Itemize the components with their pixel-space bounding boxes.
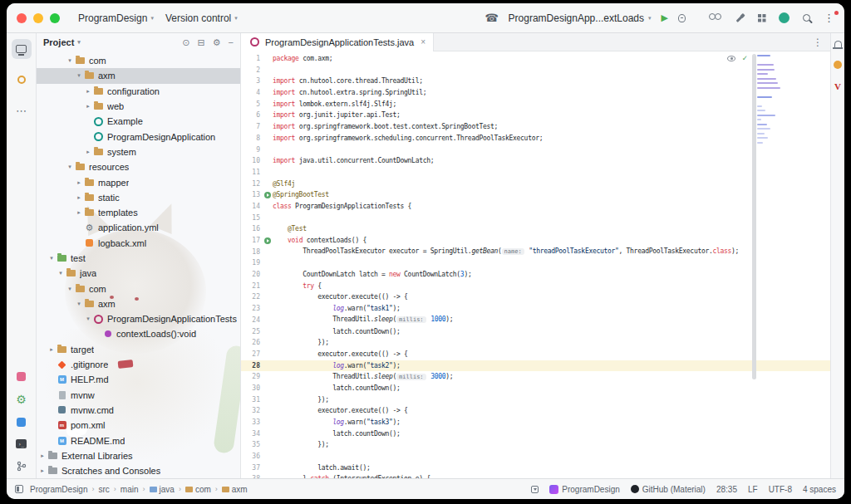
tree-item-example[interactable]: Example [37, 114, 240, 129]
git-icon[interactable] [17, 461, 27, 472]
collaborators-icon[interactable] [709, 13, 721, 22]
collapse-all-icon[interactable]: ⊟ [197, 38, 204, 47]
code-line-28[interactable]: 28 log.warn("task2"); [241, 360, 830, 372]
gradle-icon[interactable] [834, 61, 842, 69]
code-line-17[interactable]: 17 void contextLoads() { [241, 235, 830, 247]
run-test-gutter-icon[interactable] [264, 237, 271, 244]
reader-mode-icon[interactable] [727, 56, 735, 61]
tree-item-scratches-and-consoles[interactable]: ▸Scratches and Consoles [37, 463, 240, 478]
close-window-button[interactable] [17, 13, 27, 23]
code-line-11[interactable]: 11 [241, 167, 830, 179]
code-line-9[interactable]: 9 [241, 144, 830, 156]
tree-item-pom-xml[interactable]: pom.xml [37, 418, 240, 433]
tree-item-gitignore[interactable]: .gitignore [37, 357, 240, 372]
code-line-5[interactable]: 5import lombok.extern.slf4j.Slf4j; [241, 99, 830, 110]
tree-item-readme-md[interactable]: README.md [37, 433, 240, 448]
code-minimap[interactable] [757, 55, 787, 146]
project-panel-title[interactable]: Project ▾ [43, 37, 81, 47]
code-line-23[interactable]: 23 log.warn("task1"); [241, 303, 830, 315]
code-line-35[interactable]: 35 }); [241, 439, 830, 451]
tree-item-programdesignapplication[interactable]: ProgramDesignApplication [37, 129, 240, 144]
tree-item-configuration[interactable]: ▸configuration [37, 84, 240, 99]
breadcrumb-item-axm[interactable]: axm [222, 485, 248, 494]
code-line-10[interactable]: 10import java.util.concurrent.CountDownL… [241, 155, 830, 167]
terminal-icon[interactable]: ›_ [16, 439, 27, 448]
code-line-34[interactable]: 34 latch.countDown(); [241, 428, 830, 440]
code-line-7[interactable]: 7import org.springframework.boot.test.co… [241, 121, 830, 133]
close-tab-icon[interactable]: × [421, 37, 426, 46]
editor-tab[interactable]: ProgramDesignApplicationTests.java × [241, 33, 434, 51]
search-icon[interactable] [803, 14, 810, 22]
code-line-21[interactable]: 21 try { [241, 281, 830, 292]
code-line-25[interactable]: 25 latch.countDown(); [241, 326, 830, 338]
indent-widget[interactable]: 4 spaces [803, 485, 836, 494]
tree-item-com[interactable]: ▾com [37, 281, 240, 296]
code-line-27[interactable]: 27 executor.execute(() -> { [241, 349, 830, 360]
run-button[interactable]: ▶ [662, 13, 668, 22]
tree-item-axm[interactable]: ▾axm [37, 68, 240, 83]
run-test-gutter-icon[interactable] [264, 192, 271, 198]
editor-scrollbar[interactable] [752, 54, 756, 379]
code-line-19[interactable]: 19 [241, 257, 830, 269]
select-opened-file-icon[interactable]: ⊙ [182, 38, 189, 47]
tree-item-com[interactable]: ▾com [37, 53, 240, 68]
code-line-4[interactable]: 4import cn.hutool.extra.spring.SpringUti… [241, 87, 830, 99]
encoding-widget[interactable]: UTF-8 [769, 485, 792, 494]
code-line-8[interactable]: 8import org.springframework.scheduling.c… [241, 133, 830, 144]
code-line-12[interactable]: 12@Slf4j [241, 179, 830, 190]
status-circle-icon[interactable] [779, 12, 790, 23]
code-line-22[interactable]: 22 executor.execute(() -> { [241, 291, 830, 303]
tree-item-mvnw-cmd[interactable]: mvnw.cmd [37, 403, 240, 418]
tree-item-resources[interactable]: ▾resources [37, 159, 240, 174]
code-line-3[interactable]: 3import cn.hutool.core.thread.ThreadUtil… [241, 76, 830, 87]
notifications-bell-icon[interactable] [834, 41, 842, 47]
project-tool-button[interactable] [12, 39, 32, 59]
hide-panel-icon[interactable]: − [229, 38, 234, 47]
code-line-14[interactable]: 14class ProgramDesignApplicationTests { [241, 201, 830, 213]
commit-tool-button[interactable] [12, 70, 32, 90]
minimize-window-button[interactable] [33, 13, 43, 23]
project-widget[interactable]: ProgramDesign [549, 485, 619, 494]
code-line-13[interactable]: 13@SpringBootTest [241, 189, 830, 201]
code-with-me-icon[interactable]: ☎ [485, 12, 498, 23]
more-options-icon[interactable]: ⋮ [824, 12, 834, 23]
breadcrumb-item-java[interactable]: java [150, 485, 175, 494]
code-line-26[interactable]: 26 }); [241, 337, 830, 349]
code-line-37[interactable]: 37 latch.await(); [241, 462, 830, 474]
tree-item-java[interactable]: ▾java [37, 266, 240, 281]
services-icon[interactable] [17, 418, 26, 427]
code-line-30[interactable]: 30 latch.countDown(); [241, 383, 830, 394]
code-line-36[interactable]: 36 [241, 451, 830, 462]
vcs-menu[interactable]: Version control ▾ [165, 12, 238, 24]
project-menu[interactable]: ProgramDesign ▾ [78, 12, 154, 24]
settings-sync-icon[interactable]: ⚙ [16, 394, 27, 405]
v-plugin-icon[interactable]: V [834, 82, 841, 91]
tree-item-system[interactable]: ▸system [37, 144, 240, 159]
code-line-31[interactable]: 31 }); [241, 394, 830, 406]
dependencies-status-widget[interactable] [531, 486, 539, 493]
code-editor[interactable]: 1package com.axm;23import cn.hutool.core… [241, 51, 830, 478]
widgets-icon[interactable] [758, 14, 765, 22]
code-line-6[interactable]: 6import org.junit.jupiter.api.Test; [241, 110, 830, 121]
tree-item-templates[interactable]: ▸templates [37, 205, 240, 220]
more-tool-windows-button[interactable]: ⋯ [12, 100, 32, 120]
tab-options-icon[interactable]: ⋮ [813, 37, 830, 48]
bookmarks-icon[interactable] [17, 372, 26, 381]
vcs-widget[interactable]: GitHub (Material) [631, 485, 706, 494]
code-line-29[interactable]: 29 ThreadUtil.sleep(millis: 3000); [241, 371, 830, 383]
code-line-2[interactable]: 2 [241, 65, 830, 76]
code-line-18[interactable]: 18 ThreadPoolTaskExecutor executor = Spr… [241, 247, 830, 258]
code-line-16[interactable]: 16 @Test [241, 223, 830, 235]
code-line-24[interactable]: 24 ThreadUtil.sleep(millis: 1000); [241, 315, 830, 326]
build-icon[interactable] [735, 13, 745, 23]
tree-item-contextloads-void[interactable]: contextLoads():void [37, 326, 240, 341]
tree-item-programdesignapplicationtests[interactable]: ▾ProgramDesignApplicationTests [37, 311, 240, 326]
tree-item-application-yml[interactable]: application.yml [37, 220, 240, 235]
tree-item-help-md[interactable]: HELP.md [37, 372, 240, 387]
breadcrumb-item-src[interactable]: src [98, 485, 109, 494]
debug-button[interactable] [678, 14, 686, 22]
tree-item-mapper[interactable]: ▸mapper [37, 174, 240, 189]
tree-item-axm[interactable]: ▾axm [37, 296, 240, 311]
tree-item-static[interactable]: ▸static [37, 190, 240, 205]
code-line-33[interactable]: 33 log.warn("task3"); [241, 417, 830, 428]
